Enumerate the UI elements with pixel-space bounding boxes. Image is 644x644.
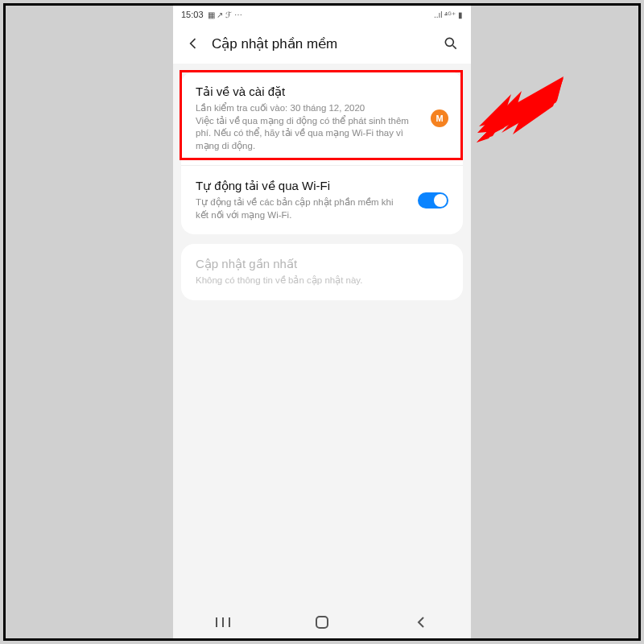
status-right-icons: ..ıl ⁴ᴳ⁺ ▮ bbox=[434, 10, 463, 19]
home-button[interactable] bbox=[306, 610, 338, 634]
last-update-sub: Không có thông tin về bản cập nhật này. bbox=[196, 275, 448, 287]
chevron-left-icon bbox=[185, 35, 201, 52]
search-icon bbox=[443, 35, 459, 52]
back-button[interactable] bbox=[184, 35, 202, 52]
download-sub: Lần kiểm tra cuối vào: 30 tháng 12, 2020… bbox=[196, 102, 419, 152]
navigation-bar bbox=[173, 606, 471, 638]
page-title: Cập nhật phần mềm bbox=[212, 35, 432, 52]
last-update-item[interactable]: Cập nhật gần nhất Không có thông tin về … bbox=[181, 244, 463, 300]
download-title: Tải về và cài đặt bbox=[196, 85, 419, 99]
svg-line-1 bbox=[453, 46, 456, 49]
auto-wifi-item[interactable]: Tự động tải về qua Wi-Fi Tự động tải về … bbox=[181, 165, 463, 234]
svg-rect-5 bbox=[316, 617, 328, 628]
svg-point-0 bbox=[445, 38, 453, 46]
home-icon bbox=[314, 614, 330, 630]
last-update-title: Cập nhật gần nhất bbox=[196, 257, 448, 271]
status-bar: 15:03 ▦ ↗ ℱ ⋯ ..ıl ⁴ᴳ⁺ ▮ bbox=[173, 6, 471, 23]
auto-wifi-sub: Tự động tải về các bản cập nhật phần mềm… bbox=[196, 196, 407, 221]
phone-screen: 15:03 ▦ ↗ ℱ ⋯ ..ıl ⁴ᴳ⁺ ▮ Cập nhật phần m… bbox=[173, 6, 471, 638]
search-button[interactable] bbox=[442, 35, 460, 52]
svg-marker-13 bbox=[478, 109, 510, 141]
recents-icon bbox=[215, 616, 231, 629]
status-left-icons: ▦ ↗ ℱ ⋯ bbox=[208, 10, 242, 19]
status-time: 15:03 bbox=[181, 10, 204, 19]
update-badge-icon: M bbox=[431, 109, 448, 127]
recents-button[interactable] bbox=[207, 610, 239, 634]
annotation-arrow-icon bbox=[477, 76, 565, 145]
nav-back-button[interactable] bbox=[405, 610, 437, 634]
auto-wifi-title: Tự động tải về qua Wi-Fi bbox=[196, 179, 407, 193]
chevron-left-icon bbox=[413, 614, 429, 630]
app-bar: Cập nhật phần mềm bbox=[173, 23, 471, 64]
download-install-item[interactable]: Tải về và cài đặt Lần kiểm tra cuối vào:… bbox=[181, 72, 463, 165]
auto-wifi-toggle[interactable] bbox=[418, 192, 448, 208]
